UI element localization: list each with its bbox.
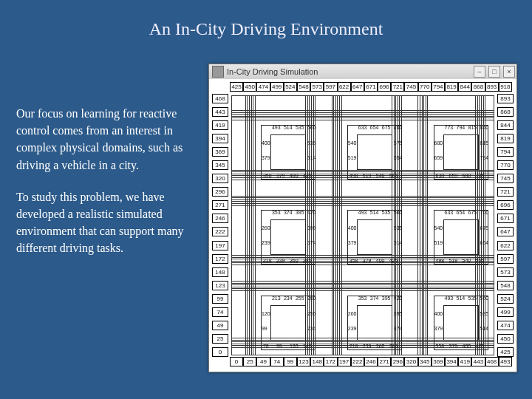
block-label: 400 [463, 344, 471, 349]
city-block: 633654675700540675519654498519540565 [434, 210, 488, 265]
ruler-tick: 597 [324, 82, 337, 92]
block-label: 400 [262, 140, 270, 146]
block-label: 78 [263, 344, 269, 349]
ruler-tick: 819 [497, 134, 514, 143]
ruler-tick: 844 [458, 82, 471, 92]
block-label: 395 [382, 296, 391, 301]
ruler-tick: 474 [256, 82, 270, 92]
block-label: 633 [358, 125, 367, 130]
block-label: 498 [349, 173, 358, 178]
block-label: 255 [307, 311, 316, 316]
block-label: 99 [262, 326, 267, 331]
block-label: 420 [394, 296, 403, 301]
block-label: 773 [445, 125, 454, 130]
block-label: 700 [480, 210, 489, 215]
ruler-right: 8938688448197947707457216966716476225975… [497, 94, 514, 357]
ruler-tick: 74 [270, 357, 284, 366]
ruler-tick: 868 [471, 82, 485, 92]
simulation-window: In-City Driving Simulation – □ × 4254504… [208, 64, 517, 372]
ruler-tick: 671 [497, 214, 514, 223]
block-label: 519 [434, 240, 443, 245]
ruler-tick: 0 [230, 357, 243, 366]
city-grid[interactable]: 4935145355604005353795143583794004256336… [231, 95, 494, 355]
ruler-tick: 474 [497, 321, 514, 330]
close-icon[interactable]: × [503, 66, 515, 78]
ruler-tick: 493 [499, 357, 512, 366]
ruler-tick: 893 [485, 82, 499, 92]
city-block: 493514535560400535379514358379400425 [347, 210, 402, 265]
road-horizontal [232, 194, 494, 205]
ruler-tick: 172 [212, 254, 228, 264]
ruler-tick: 49 [212, 321, 228, 330]
road-vertical [332, 96, 342, 355]
block-label: 120 [262, 311, 270, 316]
ruler-tick: 99 [284, 357, 297, 366]
ruler-tick: 443 [471, 357, 485, 366]
ruler-tick: 548 [297, 82, 310, 92]
block-label: 395 [394, 311, 403, 316]
block-label: 379 [262, 155, 270, 160]
block-label: 260 [348, 311, 357, 316]
road-horizontal [232, 109, 494, 120]
block-label: 239 [276, 258, 285, 263]
ruler-tick: 99 [212, 294, 228, 304]
window-titlebar[interactable]: In-City Driving Simulation – □ × [209, 64, 516, 80]
ruler-tick: 450 [243, 82, 256, 92]
ruler-tick: 369 [432, 357, 445, 366]
block-label: 514 [457, 296, 466, 301]
ruler-tick: 524 [497, 294, 514, 304]
ruler-tick: 369 [212, 147, 228, 157]
ruler-tick: 394 [445, 357, 458, 366]
road-horizontal [232, 280, 494, 290]
block-label: 234 [284, 296, 293, 301]
block-label: 659 [434, 155, 443, 160]
minimize-icon[interactable]: – [474, 66, 485, 78]
block-label: 379 [363, 258, 372, 263]
road-vertical [417, 96, 428, 355]
ruler-tick: 197 [338, 357, 351, 366]
block-label: 519 [348, 155, 357, 160]
block-label: 560 [394, 210, 403, 215]
ruler-tick: 296 [212, 187, 228, 197]
block-label: 425 [476, 344, 485, 349]
block-label: 285 [303, 258, 312, 263]
block-label: 374 [284, 210, 293, 215]
block-label: 535 [382, 210, 391, 215]
block-label: 218 [263, 258, 272, 263]
ruler-tick: 524 [284, 82, 297, 92]
block-label: 514 [284, 125, 293, 130]
block-label: 280 [307, 296, 316, 301]
ruler-top: 4254504744995245485735976226476716967217… [230, 82, 512, 94]
ruler-tick: 271 [212, 200, 228, 210]
ruler-tick: 696 [378, 82, 391, 92]
block-label: 659 [449, 173, 458, 178]
block-label: 379 [348, 240, 357, 245]
block-label: 638 [436, 173, 445, 178]
block-label: 260 [262, 225, 270, 231]
block-label: 654 [480, 240, 489, 245]
city-block: 353374395420260395239374218239260285 [347, 296, 402, 350]
block-label: 535 [296, 125, 304, 130]
ruler-tick: 345 [418, 357, 432, 366]
city-block: 773794815840680815659794638659680705 [434, 125, 488, 180]
block-label: 565 [476, 258, 485, 263]
block-label: 353 [272, 210, 281, 215]
ruler-tick: 573 [497, 267, 514, 277]
ruler-tick: 819 [445, 82, 458, 92]
ruler-tick: 222 [351, 357, 364, 366]
block-label: 535 [394, 225, 403, 231]
para-1: Our focus on learning for reactive contr… [16, 105, 201, 174]
ruler-tick: 696 [497, 200, 514, 210]
ruler-tick: 246 [212, 214, 228, 223]
block-label: 99 [276, 344, 282, 349]
block-label: 540 [434, 225, 443, 231]
block-label: 358 [436, 344, 445, 349]
ruler-tick: 246 [364, 357, 378, 366]
block-label: 815 [468, 125, 477, 130]
block-label: 514 [370, 210, 379, 215]
maximize-icon[interactable]: □ [488, 66, 500, 78]
block-label: 633 [445, 210, 454, 215]
map-canvas: 4254504744995245485735976226476716967217… [209, 79, 516, 372]
ruler-tick: 296 [391, 357, 404, 366]
block-label: 535 [307, 140, 316, 146]
